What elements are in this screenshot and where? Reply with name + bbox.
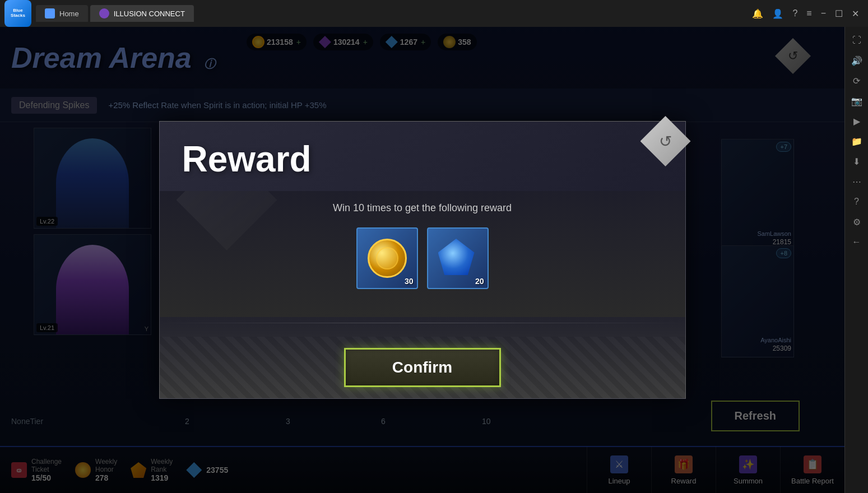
home-tab-label: Home bbox=[59, 10, 79, 18]
account-icon[interactable]: 👤 bbox=[772, 8, 783, 19]
reward-item-coin: 30 bbox=[356, 227, 418, 289]
sidebar-settings-icon[interactable]: ⚙ bbox=[848, 213, 866, 231]
titlebar-controls: 🔔 👤 ? ≡ − ☐ ✕ bbox=[752, 8, 868, 19]
reward-item-1-qty: 30 bbox=[405, 277, 414, 286]
reward-gem-icon bbox=[438, 239, 477, 278]
bell-icon[interactable]: 🔔 bbox=[752, 8, 763, 19]
restore-icon[interactable]: ☐ bbox=[835, 8, 843, 19]
game-icon bbox=[99, 8, 109, 18]
close-icon[interactable]: ✕ bbox=[852, 8, 859, 19]
sidebar-volume-icon[interactable]: 🔊 bbox=[848, 52, 866, 69]
sidebar-screenshot-icon[interactable]: 📷 bbox=[848, 92, 866, 110]
modal-close-diamond: ↺ bbox=[640, 116, 691, 166]
game-background: Dream Arena ⓘ 213158 + 130214 + 1267 + bbox=[0, 27, 844, 493]
sidebar-folder-icon[interactable]: 📁 bbox=[848, 132, 866, 150]
home-icon bbox=[45, 8, 55, 18]
confirm-button[interactable]: Confirm bbox=[344, 348, 501, 387]
reward-item-gem: 20 bbox=[427, 227, 489, 289]
coin-inner bbox=[376, 247, 398, 269]
modal-divider bbox=[160, 323, 685, 323]
sidebar-more-icon[interactable]: ⋯ bbox=[848, 173, 866, 190]
game-tab[interactable]: ILLUSION CONNECT bbox=[90, 5, 194, 22]
sidebar-back-icon[interactable]: ← bbox=[848, 233, 866, 251]
sidebar-install-icon[interactable]: ⬇ bbox=[848, 152, 866, 170]
reward-coin-icon bbox=[368, 239, 407, 278]
titlebar: BlueStacks Home ILLUSION CONNECT 🔔 👤 ? ≡… bbox=[0, 0, 868, 27]
bluestacks-logo: BlueStacks bbox=[4, 0, 31, 27]
reward-item-2-qty: 20 bbox=[475, 277, 484, 286]
sidebar-fullscreen-icon[interactable]: ⛶ bbox=[848, 31, 866, 49]
modal-close-arrow-icon: ↺ bbox=[659, 132, 672, 151]
right-sidebar: ⛶ 🔊 ⟳ 📷 ▶ 📁 ⬇ ⋯ ? ⚙ ← bbox=[844, 27, 868, 493]
modal-confirm-area: Confirm bbox=[160, 337, 685, 398]
modal-title: Reward bbox=[182, 138, 663, 180]
gem-shape bbox=[438, 239, 475, 275]
help-icon[interactable]: ? bbox=[792, 8, 797, 18]
game-tab-label: ILLUSION CONNECT bbox=[114, 10, 185, 18]
modal-overlay[interactable]: Reward ↺ Win 10 times to get the followi… bbox=[0, 27, 844, 493]
reward-modal: Reward ↺ Win 10 times to get the followi… bbox=[159, 121, 686, 399]
modal-top: Reward bbox=[160, 122, 685, 191]
home-tab[interactable]: Home bbox=[36, 5, 88, 22]
sidebar-video-icon[interactable]: ▶ bbox=[848, 112, 866, 130]
sidebar-rotate-icon[interactable]: ⟳ bbox=[848, 72, 866, 90]
sidebar-help-icon[interactable]: ? bbox=[848, 193, 866, 211]
modal-close-button[interactable]: ↺ bbox=[635, 110, 697, 172]
minimize-icon[interactable]: − bbox=[821, 8, 826, 18]
menu-icon[interactable]: ≡ bbox=[806, 8, 811, 18]
